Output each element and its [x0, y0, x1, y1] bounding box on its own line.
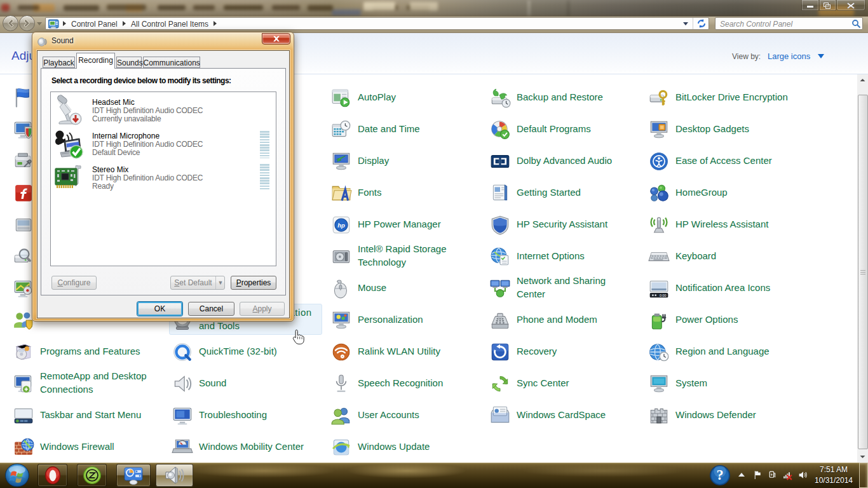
svg-text:?: ? — [716, 467, 723, 483]
svg-text:hp: hp — [337, 222, 345, 229]
svg-text:0:00: 0:00 — [660, 293, 666, 297]
